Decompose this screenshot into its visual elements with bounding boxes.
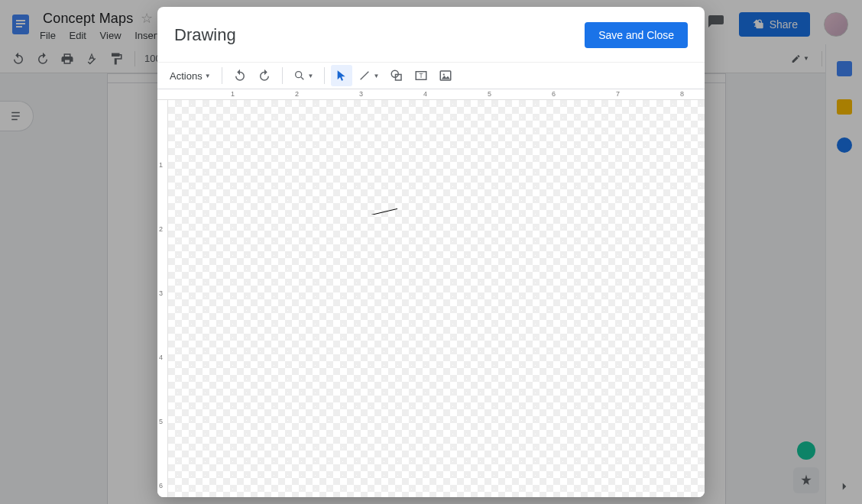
ruler-v-tick: 2: [159, 225, 163, 233]
canvas-wrap: 123456 Main IdeaSub-topic 1Sub-topic 2Su…: [157, 100, 705, 497]
drawing-modal: Drawing Save and Close Actions▼ ▼ ▼ T 12…: [157, 7, 705, 497]
drawing-redo-icon[interactable]: [253, 65, 276, 86]
svg-point-17: [443, 73, 445, 75]
actions-dropdown[interactable]: Actions▼: [165, 65, 216, 86]
zoom-tool-icon[interactable]: ▼: [289, 65, 319, 86]
concept-map-diagram[interactable]: Main IdeaSub-topic 1Sub-topic 2Sub-topic…: [168, 100, 397, 215]
ruler-h-tick: 3: [359, 90, 363, 98]
select-tool-icon[interactable]: [331, 65, 352, 86]
ruler-h-tick: 1: [231, 90, 235, 98]
drawing-toolbar: Actions▼ ▼ ▼ T: [157, 62, 705, 89]
ruler-h-tick: 5: [488, 90, 491, 98]
textbox-tool-icon[interactable]: T: [410, 65, 433, 86]
shape-tool-icon[interactable]: [385, 65, 408, 86]
ruler-h-tick: 4: [423, 90, 427, 98]
ruler-v-tick: 5: [159, 418, 163, 425]
ruler-v-tick: 4: [159, 354, 163, 361]
drawing-undo-icon[interactable]: [228, 65, 251, 86]
diagram-edge[interactable]: [269, 192, 397, 215]
ruler-h-tick: 2: [295, 90, 299, 98]
line-tool-icon[interactable]: ▼: [354, 65, 384, 86]
svg-line-10: [301, 77, 303, 79]
ruler-v-tick: 3: [159, 289, 163, 297]
vertical-ruler: 123456: [157, 100, 168, 497]
horizontal-ruler: 12345678: [157, 89, 705, 100]
ruler-h-tick: 8: [680, 90, 684, 98]
modal-title: Drawing: [174, 25, 236, 45]
svg-point-9: [295, 72, 301, 78]
ruler-h-tick: 6: [552, 90, 556, 98]
svg-line-11: [361, 72, 369, 80]
ruler-v-tick: 1: [159, 161, 163, 169]
ruler-v-tick: 6: [159, 482, 163, 489]
ruler-h-tick: 7: [616, 90, 620, 98]
image-tool-icon[interactable]: [434, 65, 457, 86]
save-and-close-button[interactable]: Save and Close: [585, 22, 688, 48]
svg-text:T: T: [420, 73, 423, 79]
drawing-canvas[interactable]: Main IdeaSub-topic 1Sub-topic 2Sub-topic…: [168, 100, 705, 497]
